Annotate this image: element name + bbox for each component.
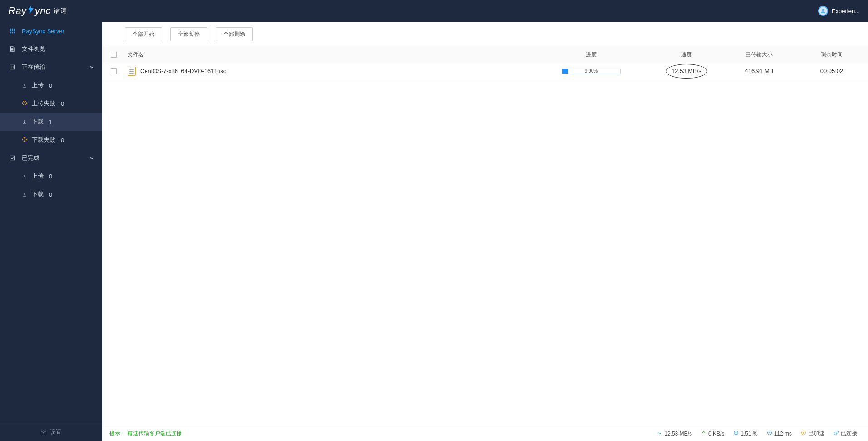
chevron-down-icon xyxy=(88,155,95,161)
logo-text-ray: Ray xyxy=(8,5,27,17)
svg-rect-1 xyxy=(12,66,12,69)
sidebar-sub-count: 0 xyxy=(61,137,64,144)
sidebar-sub-label: 下载失败 xyxy=(32,136,55,144)
toolbar: 全部开始 全部暂停 全部删除 xyxy=(102,22,868,47)
warning-icon xyxy=(22,100,27,107)
sidebar-item-label: 文件浏览 xyxy=(22,45,45,53)
time-value: 00:05:02 xyxy=(795,68,868,74)
sidebar-sub-count: 0 xyxy=(49,82,52,89)
sidebar-sub-upload-fail[interactable]: 上传失败 0 xyxy=(0,94,102,113)
sidebar-item-browse[interactable]: 文件浏览 xyxy=(0,40,102,58)
sidebar-sub-download[interactable]: 下载 1 xyxy=(0,113,102,131)
sidebar-sub-c-upload[interactable]: 上传 0 xyxy=(0,167,102,185)
gear-icon xyxy=(41,429,46,435)
sidebar-sub-label: 上传 xyxy=(32,81,44,89)
progress-bar: 9.90% xyxy=(562,69,621,74)
speed-value: 12.53 MB/s xyxy=(672,68,701,74)
pause-all-button[interactable]: 全部暂停 xyxy=(170,27,207,41)
sidebar-sub-count: 0 xyxy=(49,191,52,198)
bolt-icon xyxy=(26,5,36,17)
status-conn: 已连接 xyxy=(830,430,861,437)
status-bar: 提示： 镭速传输客户端已连接 12.53 MB/s 0 KB/s 1.51 % xyxy=(102,426,868,441)
svg-point-4 xyxy=(24,104,25,104)
sidebar-item-label: 已完成 xyxy=(22,154,39,162)
sidebar-item-label: RaySync Server xyxy=(22,28,64,35)
clock-icon xyxy=(767,430,772,437)
progress-text: 9.90% xyxy=(562,69,620,74)
start-all-button[interactable]: 全部开始 xyxy=(125,27,162,41)
arrow-up-icon xyxy=(701,430,706,437)
file-icon xyxy=(9,46,15,52)
header-bar: Ray ync 镭速 Experien... xyxy=(0,0,868,22)
avatar-icon xyxy=(818,6,828,16)
sidebar-sub-count: 0 xyxy=(49,173,52,180)
status-accel: 已加速 xyxy=(797,430,828,437)
check-icon xyxy=(9,155,15,161)
status-latency: 112 ms xyxy=(763,430,795,437)
row-checkbox[interactable] xyxy=(111,68,117,74)
sidebar-item-server[interactable]: RaySync Server xyxy=(0,22,102,40)
col-name-header: 文件名 xyxy=(125,51,532,59)
sidebar-sub-label: 上传 xyxy=(32,172,44,180)
col-speed-header: 速度 xyxy=(650,51,723,59)
sidebar: RaySync Server 文件浏览 正在传输 上传 0 xyxy=(0,22,102,441)
link-icon xyxy=(834,430,839,437)
sidebar-item-completed[interactable]: 已完成 xyxy=(0,149,102,167)
sidebar-item-label: 正在传输 xyxy=(22,63,45,71)
delete-all-button[interactable]: 全部删除 xyxy=(216,27,253,41)
bolt-icon xyxy=(801,430,806,437)
document-icon xyxy=(128,67,136,76)
main-panel: 全部开始 全部暂停 全部删除 文件名 进度 速度 已传输大小 剩余时间 Cent… xyxy=(102,22,868,441)
arrow-down-icon xyxy=(657,430,662,437)
chevron-down-icon xyxy=(88,64,95,70)
status-up-speed: 0 KB/s xyxy=(697,430,728,437)
user-menu[interactable]: Experien... xyxy=(818,6,860,16)
sidebar-sub-label: 下载 xyxy=(32,118,44,126)
sidebar-sub-label: 上传失败 xyxy=(32,99,55,108)
status-down-speed: 12.53 MB/s xyxy=(653,430,696,437)
sidebar-sub-upload[interactable]: 上传 0 xyxy=(0,76,102,94)
size-value: 416.91 MB xyxy=(723,68,795,74)
svg-rect-7 xyxy=(10,156,14,160)
logo-cn: 镭速 xyxy=(54,7,67,15)
transfer-icon xyxy=(9,64,15,70)
status-hint-text: 镭速传输客户端已连接 xyxy=(128,430,182,437)
upload-icon xyxy=(22,83,27,88)
table-row[interactable]: CentOS-7-x86_64-DVD-1611.iso 9.90% 12.53… xyxy=(102,62,868,80)
grid-icon xyxy=(9,28,15,34)
svg-point-6 xyxy=(24,140,25,140)
upload-icon xyxy=(22,173,27,179)
logo: Ray ync 镭速 xyxy=(8,5,67,17)
svg-rect-2 xyxy=(13,66,13,69)
download-icon xyxy=(22,119,27,124)
settings-label: 设置 xyxy=(50,428,62,436)
cube-icon xyxy=(733,430,739,437)
sidebar-sub-download-fail[interactable]: 下载失败 0 xyxy=(0,131,102,149)
warning-icon xyxy=(22,137,27,144)
logo-text-ync: ync xyxy=(35,5,51,17)
col-time-header: 剩余时间 xyxy=(795,51,868,59)
select-all-checkbox[interactable] xyxy=(111,52,117,58)
col-progress-header: 进度 xyxy=(532,51,650,59)
status-hint-label: 提示： xyxy=(109,430,126,437)
download-icon xyxy=(22,192,27,197)
file-name: CentOS-7-x86_64-DVD-1611.iso xyxy=(140,68,226,74)
sidebar-sub-c-download[interactable]: 下载 0 xyxy=(0,185,102,203)
sidebar-sub-count: 0 xyxy=(61,100,64,107)
user-label: Experien... xyxy=(832,8,860,15)
table-header: 文件名 进度 速度 已传输大小 剩余时间 xyxy=(102,47,868,62)
sidebar-sub-count: 1 xyxy=(49,119,52,125)
status-loss: 1.51 % xyxy=(730,430,761,437)
col-size-header: 已传输大小 xyxy=(723,51,795,59)
sidebar-item-transferring[interactable]: 正在传输 xyxy=(0,58,102,76)
sidebar-settings[interactable]: 设置 xyxy=(0,422,102,441)
sidebar-sub-label: 下载 xyxy=(32,190,44,198)
